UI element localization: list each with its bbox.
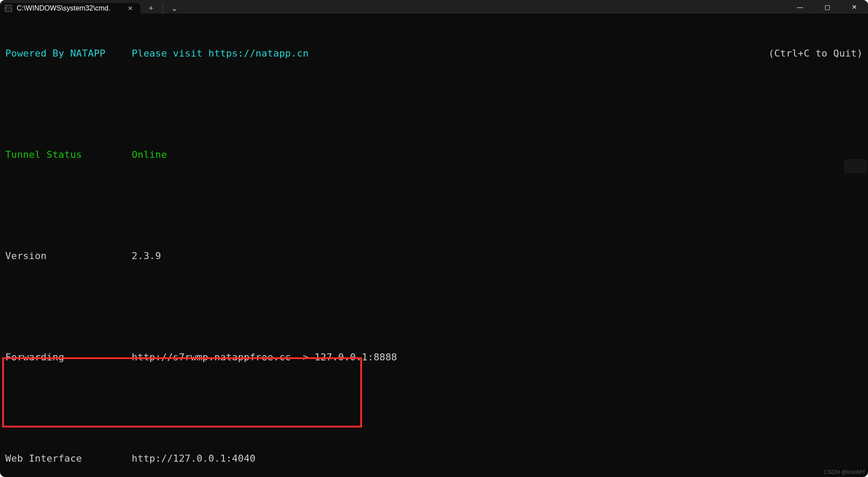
powered-by-label: Powered By NATAPP bbox=[5, 46, 132, 61]
window-controls: — ▢ ✕ bbox=[786, 0, 868, 14]
maximize-button[interactable]: ▢ bbox=[814, 0, 841, 14]
forwarding-row: Forwarding http://s7rwmp.natappfree.cc -… bbox=[5, 350, 863, 364]
quit-hint: (Ctrl+C to Quit) bbox=[768, 46, 863, 61]
tunnel-status-row: Tunnel Status Online bbox=[5, 147, 863, 162]
tab-title: C:\WINDOWS\system32\cmd. bbox=[17, 4, 122, 12]
version-value: 2.3.9 bbox=[132, 249, 161, 263]
watermark: CSDN @linxiMY bbox=[823, 469, 865, 475]
please-visit-label: Please visit https://natapp.cn bbox=[132, 46, 308, 61]
version-row: Version 2.3.9 bbox=[5, 249, 863, 263]
blank-line bbox=[5, 89, 863, 104]
terminal-body[interactable]: Powered By NATAPP Please visit https://n… bbox=[0, 14, 868, 477]
titlebar-drag-area[interactable] bbox=[185, 0, 786, 14]
tunnel-status-label: Tunnel Status bbox=[5, 147, 132, 162]
close-window-button[interactable]: ✕ bbox=[841, 0, 868, 14]
chevron-down-icon: ⌄ bbox=[171, 4, 178, 13]
scrollbar-thumb[interactable] bbox=[844, 159, 867, 173]
minimize-button[interactable]: — bbox=[786, 0, 814, 14]
annotation-highlight-box bbox=[2, 357, 362, 427]
svg-text:C:\: C:\ bbox=[5, 7, 12, 11]
forwarding-label: Forwarding bbox=[5, 350, 132, 364]
blank-line bbox=[5, 292, 863, 306]
tab-cmd[interactable]: C:\ C:\WINDOWS\system32\cmd. ✕ bbox=[0, 3, 140, 14]
toolbar-divider bbox=[162, 3, 163, 14]
web-interface-value: http://127.0.0.1:4040 bbox=[132, 451, 255, 466]
web-interface-row: Web Interface http://127.0.0.1:4040 bbox=[5, 451, 863, 466]
blank-line bbox=[5, 393, 863, 408]
cmd-icon: C:\ bbox=[4, 4, 12, 12]
tunnel-status-value: Online bbox=[132, 147, 167, 162]
terminal-window: C:\ C:\WINDOWS\system32\cmd. ✕ + ⌄ — ▢ ✕… bbox=[0, 0, 868, 477]
close-tab-button[interactable]: ✕ bbox=[126, 4, 134, 12]
forwarding-value: http://s7rwmp.natappfree.cc -> 127.0.0.1… bbox=[132, 350, 397, 364]
new-tab-button[interactable]: + bbox=[140, 3, 161, 14]
titlebar: C:\ C:\WINDOWS\system32\cmd. ✕ + ⌄ — ▢ ✕ bbox=[0, 0, 868, 14]
web-interface-label: Web Interface bbox=[5, 451, 132, 466]
header-row: Powered By NATAPP Please visit https://n… bbox=[5, 46, 863, 61]
tab-dropdown-button[interactable]: ⌄ bbox=[164, 3, 185, 14]
blank-line bbox=[5, 191, 863, 205]
version-label: Version bbox=[5, 249, 132, 263]
